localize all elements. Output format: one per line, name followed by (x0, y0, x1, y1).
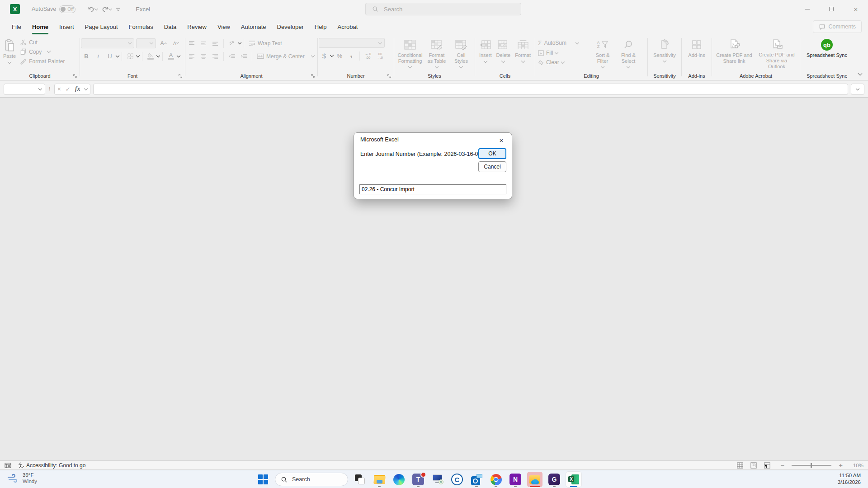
align-right-button[interactable] (210, 51, 221, 61)
underline-dropdown[interactable] (116, 54, 119, 57)
font-name-combo[interactable] (81, 38, 134, 48)
insert-cells-button[interactable]: Insert (477, 37, 494, 71)
name-box[interactable] (4, 84, 45, 95)
tab-review[interactable]: Review (182, 18, 212, 35)
remote-desktop-button[interactable]: ↻ (430, 472, 445, 487)
formula-cancel-button[interactable]: × (57, 85, 61, 93)
fill-color-dropdown[interactable] (156, 54, 160, 57)
excel-taskbar-button[interactable]: X (566, 472, 581, 487)
taskbar-search[interactable]: Search (275, 473, 348, 486)
number-dialog-launcher[interactable] (387, 74, 392, 78)
tab-view[interactable]: View (212, 18, 236, 35)
fill-button[interactable]: Fill (536, 49, 590, 57)
borders-dropdown[interactable] (136, 54, 140, 57)
tab-home[interactable]: Home (27, 18, 54, 35)
format-as-table-button[interactable]: Format as Table (424, 37, 449, 71)
align-center-button[interactable] (198, 51, 209, 61)
maximize-button[interactable] (819, 0, 844, 18)
dialog-close-button[interactable]: × (495, 135, 507, 145)
undo-button[interactable] (86, 5, 99, 14)
insert-function-button[interactable]: fx (75, 85, 80, 93)
onedrive-folder-button[interactable] (527, 472, 542, 487)
tab-developer[interactable]: Developer (272, 18, 309, 35)
onenote-button[interactable]: N (508, 472, 523, 487)
sort-filter-button[interactable]: AZ Sort & Filter (590, 37, 616, 71)
quick-access-menu-icon[interactable] (114, 5, 122, 13)
conditional-formatting-button[interactable]: Conditional Formatting (396, 37, 424, 71)
weather-widget[interactable]: 39°FWindy (7, 472, 37, 484)
currency-format-button[interactable]: $ (319, 51, 330, 61)
italic-button[interactable]: I (93, 51, 104, 61)
comma-format-button[interactable]: , (346, 51, 357, 61)
decrease-indent-button[interactable] (226, 51, 237, 61)
zoom-slider[interactable] (792, 465, 831, 466)
merge-center-button[interactable]: Merge & Center (255, 52, 316, 61)
macro-record-icon[interactable] (5, 463, 11, 468)
create-pdf-share-link-button[interactable]: Create PDF and Share link (713, 37, 755, 71)
collapse-ribbon-button[interactable] (859, 70, 862, 76)
font-color-button[interactable]: A (165, 51, 176, 61)
tab-file[interactable]: File (6, 18, 27, 35)
minimize-button[interactable] (795, 0, 819, 18)
cell-styles-button[interactable]: Cell Styles (449, 37, 473, 71)
tab-help[interactable]: Help (309, 18, 332, 35)
currency-dropdown[interactable] (330, 53, 334, 57)
font-color-dropdown[interactable] (177, 54, 180, 57)
increase-indent-button[interactable] (238, 51, 249, 61)
font-size-combo[interactable] (136, 38, 156, 48)
percent-format-button[interactable]: % (334, 51, 345, 61)
redo-button[interactable] (100, 5, 113, 14)
add-ins-button[interactable]: Add-ins (686, 37, 707, 71)
format-cells-button[interactable]: Format (513, 37, 533, 71)
increase-decimal-button[interactable]: ←.0 .00 (363, 51, 373, 61)
decrease-font-size-button[interactable]: A (170, 38, 181, 48)
tab-automate[interactable]: Automate (236, 18, 272, 35)
autosave-toggle[interactable]: Off (59, 5, 75, 13)
create-pdf-share-outlook-button[interactable]: Create PDF and Share via Outlook (755, 37, 798, 71)
find-select-button[interactable]: Find & Select (616, 37, 641, 71)
normal-view-button[interactable] (737, 462, 743, 469)
cut-button[interactable]: Cut (18, 38, 66, 47)
clipboard-dialog-launcher[interactable] (73, 74, 77, 78)
autosum-button[interactable]: Σ AutoSum (536, 38, 590, 47)
zoom-out-button[interactable]: − (780, 461, 784, 469)
increase-font-size-button[interactable]: A (158, 38, 169, 48)
fill-color-button[interactable] (145, 51, 156, 61)
formula-input[interactable] (93, 84, 848, 95)
g-app-button[interactable]: G (547, 472, 562, 487)
accessibility-status[interactable]: Accessibility: Good to go (18, 462, 85, 469)
tab-insert[interactable]: Insert (54, 18, 80, 35)
function-dropdown[interactable] (84, 86, 88, 90)
journal-number-input[interactable] (359, 184, 506, 194)
copy-button[interactable]: Copy (18, 47, 66, 56)
file-explorer-button[interactable] (372, 472, 387, 487)
taskbar-clock[interactable]: 11:50 AM 3/16/2026 (838, 472, 861, 486)
sensitivity-button[interactable]: Sensitivity (651, 37, 678, 71)
alignment-dialog-launcher[interactable] (311, 74, 315, 78)
underline-button[interactable]: U (104, 51, 115, 61)
borders-button[interactable] (125, 51, 136, 61)
comments-button[interactable]: Comments (813, 20, 862, 33)
excel-app-icon[interactable]: X (10, 4, 20, 14)
teams-button[interactable]: T (410, 472, 426, 487)
zoom-slider-thumb[interactable] (811, 463, 812, 468)
orientation-dropdown[interactable] (238, 41, 241, 44)
number-format-combo[interactable] (319, 38, 385, 48)
outlook-button[interactable] (469, 472, 484, 487)
tab-acrobat[interactable]: Acrobat (332, 18, 363, 35)
align-middle-button[interactable] (198, 38, 209, 48)
task-view-button[interactable] (352, 472, 368, 487)
clear-button[interactable]: Clear (536, 58, 590, 66)
wrap-text-button[interactable]: Wrap Text (247, 39, 284, 47)
zoom-in-button[interactable]: + (839, 461, 843, 469)
bold-button[interactable]: B (81, 51, 92, 61)
formula-enter-button[interactable]: ✓ (66, 86, 71, 93)
paste-button[interactable]: Paste (1, 37, 18, 71)
ok-button[interactable]: OK (478, 148, 506, 159)
ribbon-search-box[interactable]: Search (365, 3, 521, 15)
cancel-button[interactable]: Cancel (478, 161, 506, 172)
zoom-level[interactable]: 10% (850, 463, 863, 468)
formula-bar-expand-button[interactable] (851, 84, 864, 95)
spreadsheet-sync-button[interactable]: qb Spreadsheet Sync (804, 37, 849, 71)
page-layout-view-button[interactable] (750, 462, 757, 469)
